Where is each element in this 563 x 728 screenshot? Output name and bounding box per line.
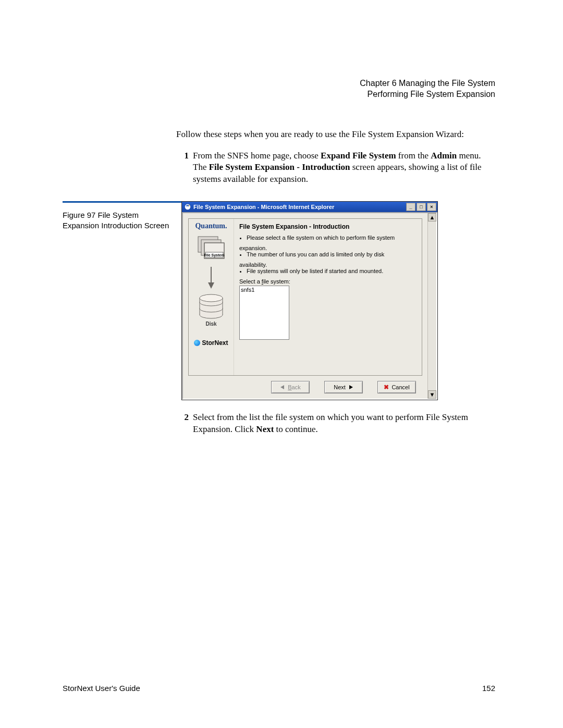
back-button[interactable]: Back [271, 381, 310, 393]
text: to continue. [274, 424, 318, 434]
bullet-item: File systems will only be listed if star… [247, 268, 417, 274]
screen-name: File System Expansion - Introduction [209, 162, 350, 172]
ie-icon [184, 203, 191, 211]
maximize-button[interactable]: □ [417, 203, 426, 211]
select-label: Select a file system: [239, 278, 417, 285]
document-page: Chapter 6 Managing the File System Perfo… [0, 0, 563, 728]
arrow-down-icon [189, 267, 234, 291]
wizard-panel: Quantum. [188, 218, 422, 376]
step-text: From the SNFS home page, choose Expand F… [189, 150, 495, 186]
cancel-label: Cancel [391, 384, 409, 390]
page-header: Chapter 6 Managing the File System Perfo… [63, 78, 495, 100]
svg-marker-8 [208, 282, 214, 289]
svg-marker-23 [349, 385, 353, 389]
footer-guide: StorNext User's Guide [63, 684, 140, 693]
cancel-button[interactable]: ✖ Cancel [377, 381, 416, 393]
step-2: 2 Select from the list the file system o… [176, 412, 495, 436]
section-title: Performing File System Expansion [63, 89, 495, 100]
triangle-right-icon [348, 385, 353, 390]
close-button[interactable]: × [427, 203, 436, 211]
wizard-heading: File System Expansion - Introduction [239, 223, 417, 230]
disk-graphic: Disk [195, 294, 227, 327]
figure-row: Figure 97 File System Expansion Introduc… [63, 201, 495, 400]
bullet-cont: availability. [239, 262, 417, 268]
menu-admin: Admin [431, 151, 457, 161]
text: ack [292, 384, 301, 390]
client-content: Quantum. [183, 213, 427, 399]
back-label: Back [288, 384, 300, 390]
body-column: 2 Select from the list the file system o… [176, 412, 495, 436]
bullet-item: Please select a file system on which to … [247, 235, 417, 241]
footer-page-number: 152 [482, 684, 495, 693]
next-button[interactable]: Next [324, 381, 363, 393]
bullet-item: The number of luns you can add is limite… [247, 251, 417, 257]
figure-content: File System Expansion - Microsoft Intern… [181, 201, 495, 400]
svg-text:File System: File System [204, 253, 225, 257]
list-item[interactable]: snfs1 [241, 287, 288, 293]
filesystem-graphic: File System [195, 233, 227, 264]
text: Select a [239, 278, 262, 285]
svg-point-21 [200, 294, 223, 302]
step-1: 1 From the SNFS home page, choose Expand… [176, 150, 495, 186]
window-titlebar[interactable]: File System Expansion - Microsoft Intern… [182, 202, 437, 212]
wizard-buttons: Back Next ✖ Cancel [183, 381, 416, 393]
step-text: Select from the list the file system on … [189, 412, 495, 436]
quantum-logo: Quantum. [189, 222, 234, 230]
disk-label: Disk [205, 321, 216, 327]
bullet-cont: expansion. [239, 245, 417, 251]
filesystem-listbox[interactable]: snfs1 [239, 286, 289, 340]
menu-expand-file-system: Expand File System [321, 151, 396, 161]
svg-point-0 [189, 205, 190, 206]
figure-caption: Figure 97 File System Expansion Introduc… [63, 201, 181, 230]
button-next: Next [256, 424, 274, 434]
stornext-logo: StorNext [189, 339, 234, 347]
wizard-sidebar: Quantum. [189, 219, 234, 375]
text: From the SNFS home page, choose [193, 151, 321, 161]
wizard-main: File System Expansion - Introduction Ple… [234, 219, 422, 375]
scrollbar[interactable]: ▲ ▼ [427, 213, 436, 399]
step-number: 1 [176, 150, 189, 186]
intro-paragraph: Follow these steps when you are ready to… [176, 129, 495, 141]
step-number: 2 [176, 412, 189, 436]
ie-window: File System Expansion - Microsoft Intern… [181, 201, 438, 400]
minimize-button[interactable]: _ [406, 203, 415, 211]
wizard-bullet-list: The number of luns you can add is limite… [239, 251, 417, 257]
scroll-up-button[interactable]: ▲ [428, 213, 436, 221]
body-column: Follow these steps when you are ready to… [176, 129, 495, 186]
svg-marker-22 [280, 385, 284, 389]
page-footer: StorNext User's Guide 152 [63, 684, 495, 693]
accelerator: B [288, 384, 291, 390]
text: Select from the list the file system on … [193, 412, 468, 434]
wizard-bullet-list: Please select a file system on which to … [239, 235, 417, 241]
text: ile system: [263, 278, 290, 285]
window-client: Quantum. [182, 212, 437, 400]
next-label: Next [334, 384, 346, 390]
stornext-text: StorNext [202, 339, 228, 347]
stornext-orb-icon [194, 340, 200, 346]
triangle-left-icon [280, 385, 285, 390]
text: from the [396, 151, 431, 161]
x-icon: ✖ [384, 384, 389, 391]
chapter-title: Chapter 6 Managing the File System [63, 78, 495, 89]
window-buttons: _ □ × [405, 203, 436, 211]
wizard-bullet-list: File systems will only be listed if star… [239, 268, 417, 274]
window-title: File System Expansion - Microsoft Intern… [193, 204, 334, 210]
scroll-down-button[interactable]: ▼ [428, 390, 436, 399]
